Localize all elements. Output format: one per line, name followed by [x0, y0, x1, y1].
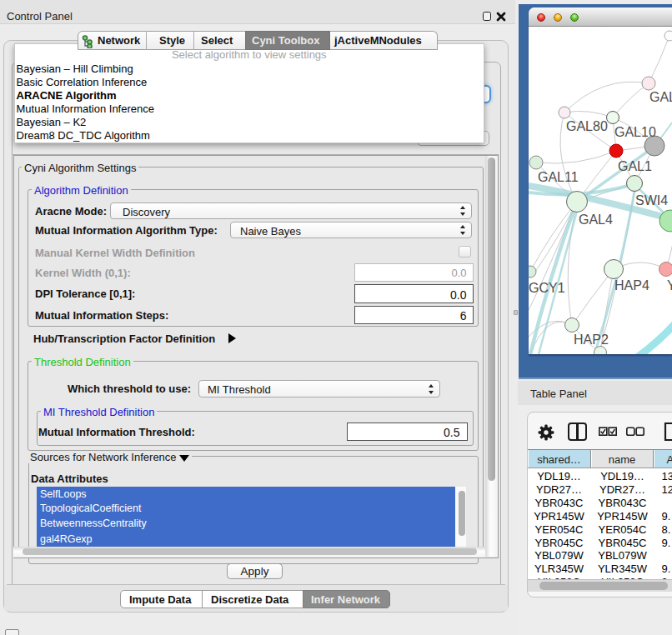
svg-text:GAL80: GAL80: [566, 119, 608, 133]
svg-text:HAP4: HAP4: [614, 278, 649, 292]
svg-text:SWI4: SWI4: [635, 193, 668, 208]
svg-text:GAL8: GAL8: [649, 89, 672, 103]
svg-text:Y: Y: [667, 278, 672, 292]
svg-text:GAL10: GAL10: [614, 125, 656, 139]
svg-text:GAL1: GAL1: [618, 159, 652, 173]
svg-text:GAL11: GAL11: [538, 170, 579, 184]
svg-text:HAP2: HAP2: [574, 332, 609, 347]
svg-text:GCY1: GCY1: [529, 281, 565, 295]
svg-text:GAL4: GAL4: [579, 212, 613, 227]
